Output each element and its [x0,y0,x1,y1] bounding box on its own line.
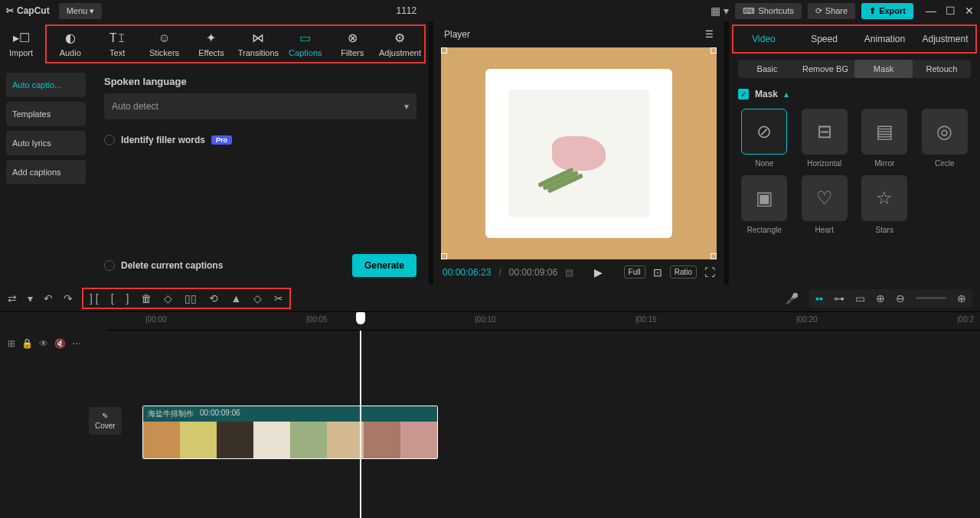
language-select[interactable]: Auto detect ▾ [104,93,416,119]
filler-words-checkbox[interactable] [104,135,115,145]
track-mute-icon[interactable]: 🔇 [54,338,66,349]
edit-tools-highlight: ] [ [ ] 🗑 ◇ ▯▯ ⟲ ▲ ◇ ✂ [82,288,291,309]
tab-filters[interactable]: ⊗Filters [329,26,376,62]
subtab-basic[interactable]: Basic [738,60,796,78]
link-icon[interactable]: ⊶ [834,292,844,305]
layout-icon[interactable]: ▦ ▾ [710,5,729,17]
mask-heart[interactable]: ♡Heart [799,175,851,234]
generate-button[interactable]: Generate [352,254,416,277]
none-icon: ⊘ [741,109,787,155]
shortcuts-button[interactable]: ⌨ Shortcuts [735,3,801,19]
playhead[interactable] [360,331,361,518]
split-icon[interactable]: ] [ [90,292,99,305]
heart-icon: ♡ [802,175,848,221]
tab-stickers[interactable]: ☺Stickers [141,26,188,62]
captions-icon: ▭ [299,31,311,45]
trim-left-icon[interactable]: [ [111,292,114,305]
zoom-in-icon[interactable]: ⊕ [957,292,966,305]
frame-icon[interactable]: ▯▯ [185,292,197,305]
clip-name: 海盐牛排制作 [148,409,194,419]
tab-text[interactable]: T𝙸Text [93,26,140,62]
crop-icon[interactable]: ✂ [274,292,283,305]
trim-right-icon[interactable]: ] [126,292,129,305]
effects-icon: ✦ [206,31,216,45]
minimize-icon[interactable]: — [926,5,936,17]
tab-effects[interactable]: ✦Effects [188,26,234,62]
redo-icon[interactable]: ↷ [64,292,73,305]
zoom-slider[interactable] [916,297,946,299]
tab-audio[interactable]: ◐Audio [47,26,93,62]
sidebar-auto-lyrics[interactable]: Auto lyrics [6,131,86,155]
adjustment-icon: ⚙ [394,31,405,45]
audio-icon: ◐ [65,31,76,45]
undo-icon[interactable]: ↶ [44,292,53,305]
rectangle-icon: ▣ [741,175,787,221]
subtab-remove-bg[interactable]: Remove BG [796,60,854,78]
focus-icon[interactable]: ⊡ [653,266,662,279]
chevron-down-icon[interactable]: ▾ [28,292,33,305]
import-tab[interactable]: ▸☐ Import [0,21,42,67]
export-button[interactable]: ⬆ Export [861,3,913,19]
mask-checkbox[interactable]: ✓ [738,89,749,99]
filler-words-label: Identify filler words [121,135,205,145]
fullscreen-icon[interactable]: ⛶ [704,266,715,279]
delete-captions-label: Delete current captions [121,260,223,271]
track-more-icon[interactable]: ⋯ [72,338,81,349]
video-preview[interactable] [441,47,717,259]
close-icon[interactable]: ✕ [965,5,974,17]
mask-horizontal[interactable]: ⊟Horizontal [799,109,851,168]
mask-circle[interactable]: ◎Circle [919,109,972,168]
app-logo: ✂ CapCut [6,5,50,16]
magnet-icon[interactable]: ▪▪ [815,292,823,305]
timeline-ruler[interactable]: |00:00 |00:05 |00:10 |00:15 |00:20 |00:2 [107,312,980,331]
pro-badge: Pro [211,135,232,145]
play-icon[interactable]: ▶ [594,266,603,279]
mask-stars[interactable]: ☆Stars [858,175,911,234]
delete-captions-checkbox[interactable] [104,260,115,271]
tab-transitions[interactable]: ⋈Transitions [235,26,282,62]
tab-animation[interactable]: Animation [854,26,915,52]
sidebar-templates[interactable]: Templates [6,102,86,126]
tab-adjustment-right[interactable]: Adjustment [915,26,975,52]
mask-rectangle[interactable]: ▣Rectangle [738,175,791,234]
tab-adjustment[interactable]: ⚙Adjustment [376,26,424,62]
reverse-icon[interactable]: ⟲ [209,292,218,305]
mask-none[interactable]: ⊘None [738,109,791,168]
ratio-button[interactable]: Ratio [670,266,697,279]
player-title: Player [444,29,470,40]
track-eye-icon[interactable]: 👁 [39,338,48,349]
tab-video[interactable]: Video [733,26,794,52]
player-menu-icon[interactable]: ☰ [705,29,714,40]
zoom-out-icon[interactable]: ⊖ [896,292,905,305]
right-tabs-highlight: Video Speed Animation Adjustment [732,24,977,54]
track-lock-icon[interactable]: 🔒 [21,338,33,349]
mask-mirror[interactable]: ▤Mirror [858,109,911,168]
delete-icon[interactable]: 🗑 [141,292,152,305]
sidebar-auto-captions[interactable]: Auto captio... [6,73,86,97]
time-current: 00:00:06:23 [443,267,491,278]
track-add-icon[interactable]: ⊞ [8,338,15,349]
subtab-retouch[interactable]: Retouch [913,60,971,78]
rotate-icon[interactable]: ◇ [253,292,262,305]
clip-duration: 00:00:09:06 [200,409,240,419]
video-clip[interactable]: 海盐牛排制作 00:00:09:06 [142,406,438,459]
mic-icon[interactable]: 🎤 [786,292,799,305]
list-icon[interactable]: ▤ [565,267,573,278]
filters-icon: ⊗ [348,31,358,45]
share-button[interactable]: ⟳ Share [808,3,855,19]
menu-button[interactable]: Menu ▾ [59,3,103,19]
tab-speed[interactable]: Speed [794,26,854,52]
mask-title: Mask [755,89,778,99]
snap-icon[interactable]: ⊕ [876,292,885,305]
collapse-icon[interactable]: ▴ [784,89,789,99]
mark-icon[interactable]: ◇ [164,292,172,305]
subtab-mask[interactable]: Mask [854,60,913,78]
tab-captions[interactable]: ▭Captions [282,26,328,62]
maximize-icon[interactable]: ☐ [946,5,956,17]
selection-icon[interactable]: ⇄ [8,292,17,305]
mirror-tool-icon[interactable]: ▲ [230,292,241,305]
stack-icon[interactable]: ▭ [855,292,865,305]
sidebar-add-captions[interactable]: Add captions [6,160,86,184]
mirror-icon: ▤ [861,109,907,155]
full-button[interactable]: Full [624,266,645,279]
